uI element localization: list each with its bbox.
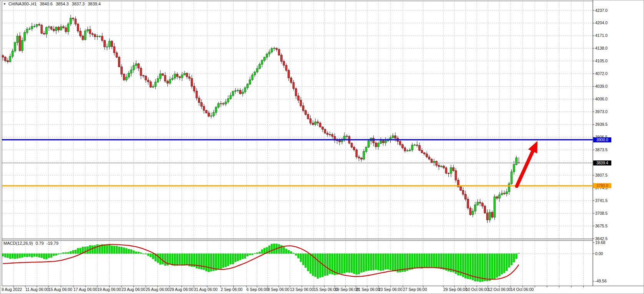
price-axis-label: 4039.0 (595, 84, 607, 89)
bear-candle (460, 187, 462, 190)
macd-histogram-bar (271, 244, 273, 254)
date-axis-label: 14 Oct 06:00 (511, 287, 534, 292)
macd-histogram-bar (385, 254, 387, 269)
bear-candle (196, 91, 198, 98)
mt4-chart-window: 4237.04204.04171.04138.04105.04072.04039… (0, 0, 644, 294)
bull-candle (97, 36, 98, 37)
ohlc-close: 3839.4 (88, 2, 101, 6)
macd-histogram-bar (41, 254, 43, 258)
bear-candle (92, 33, 93, 34)
bull-candle (99, 36, 101, 37)
bear-candle (312, 123, 314, 125)
macd-histogram-bar (203, 254, 205, 270)
macd-histogram-bar (370, 254, 372, 271)
macd-histogram-bar (208, 254, 210, 272)
macd-axis-label: 0.00 (595, 251, 603, 256)
price-axis-label: 4072.0 (595, 71, 607, 76)
macd-histogram-bar (130, 249, 132, 254)
bear-candle (402, 145, 404, 148)
bear-candle (322, 127, 324, 129)
date-axis-label: 8 Sep 06:00 (268, 287, 290, 292)
bear-candle (50, 27, 52, 29)
macd-histogram-bar (278, 244, 280, 254)
macd-histogram-bar (31, 254, 33, 257)
date-axis-label: 25 Aug 06:00 (146, 287, 170, 292)
bull-candle (171, 78, 173, 80)
bear-candle (285, 65, 287, 70)
symbol-period-label: CHINA300-,H1 (8, 2, 37, 6)
bear-candle (443, 166, 445, 168)
bear-candle (167, 81, 169, 83)
bear-candle (65, 28, 67, 32)
date-axis-label: 29 Aug 06:00 (170, 287, 193, 292)
bear-candle (193, 86, 195, 91)
date-axis-label: 15 Sep 06:00 (314, 287, 338, 292)
resistance-price-tag[interactable]: 3900.0 (593, 137, 611, 142)
chart-canvas[interactable]: 4237.04204.04171.04138.04105.04072.04039… (0, 0, 644, 294)
macd-signal-value: -19.79 (47, 241, 58, 246)
bull-candle (67, 24, 69, 32)
bull-candle (31, 27, 33, 29)
macd-histogram-bar (356, 254, 358, 274)
date-axis-label: 2 Sep 06:00 (221, 287, 243, 292)
bull-candle (108, 41, 110, 47)
bear-candle (346, 136, 348, 136)
macd-histogram-bar (431, 254, 433, 267)
macd-histogram-bar (53, 254, 55, 256)
bear-candle (118, 57, 120, 67)
macd-histogram-bar (293, 253, 295, 254)
price-axis-label: 3939.5 (595, 122, 607, 127)
macd-histogram-bar (225, 254, 227, 267)
bear-candle (53, 29, 55, 31)
macd-histogram-bar (181, 254, 183, 265)
bull-candle (46, 27, 48, 34)
bear-candle (423, 153, 425, 154)
macd-histogram-bar (373, 254, 374, 270)
bear-candle (5, 57, 7, 60)
bear-candle (307, 114, 309, 119)
macd-histogram-bar (302, 254, 304, 265)
bear-candle (164, 75, 166, 81)
bull-candle (130, 70, 132, 73)
support-price-tag[interactable]: 3780.0 (593, 183, 611, 188)
bull-candle (14, 43, 16, 51)
macd-histogram-bar (111, 246, 113, 254)
bear-candle (399, 141, 401, 144)
price-axis-label: 3741.5 (595, 198, 607, 203)
bull-candle (499, 195, 501, 198)
bear-candle (43, 33, 45, 34)
bear-candle (462, 190, 464, 194)
bear-candle (205, 110, 207, 113)
date-axis-label: 17 Aug 06:00 (73, 287, 97, 292)
bear-candle (2, 55, 4, 57)
ohlc-high: 3854.3 (56, 2, 69, 6)
bear-candle (503, 193, 505, 194)
macd-histogram-bar (329, 254, 331, 274)
macd-indicator-label: MACD(12,26,9) 0.79 -19.79 (3, 241, 58, 246)
bear-candle (283, 62, 285, 65)
bull-candle (254, 72, 256, 75)
bear-candle (382, 141, 384, 143)
macd-histogram-bar (135, 252, 137, 254)
bull-candle (477, 202, 479, 205)
bull-candle (55, 27, 57, 31)
bear-candle (77, 24, 79, 31)
macd-histogram-bar (104, 245, 106, 254)
bear-candle (353, 147, 355, 150)
bear-candle (426, 154, 428, 157)
macd-histogram-bar (147, 254, 149, 256)
date-axis-label: 15 Aug 06:00 (48, 287, 72, 292)
chart-title: ▼ CHINA300-,H1 3840.6 3854.3 3837.3 3839… (3, 2, 101, 6)
bear-candle (208, 113, 210, 116)
bear-candle (121, 67, 123, 74)
bear-candle (293, 82, 295, 89)
bear-candle (123, 74, 125, 80)
macd-histogram-bar (496, 254, 498, 277)
bear-candle (404, 148, 406, 151)
macd-histogram-bar (361, 254, 363, 272)
bear-candle (281, 55, 283, 61)
macd-histogram-bar (411, 254, 413, 269)
macd-histogram-bar (50, 254, 52, 257)
macd-histogram-bar (55, 254, 57, 256)
bull-candle (511, 172, 513, 184)
